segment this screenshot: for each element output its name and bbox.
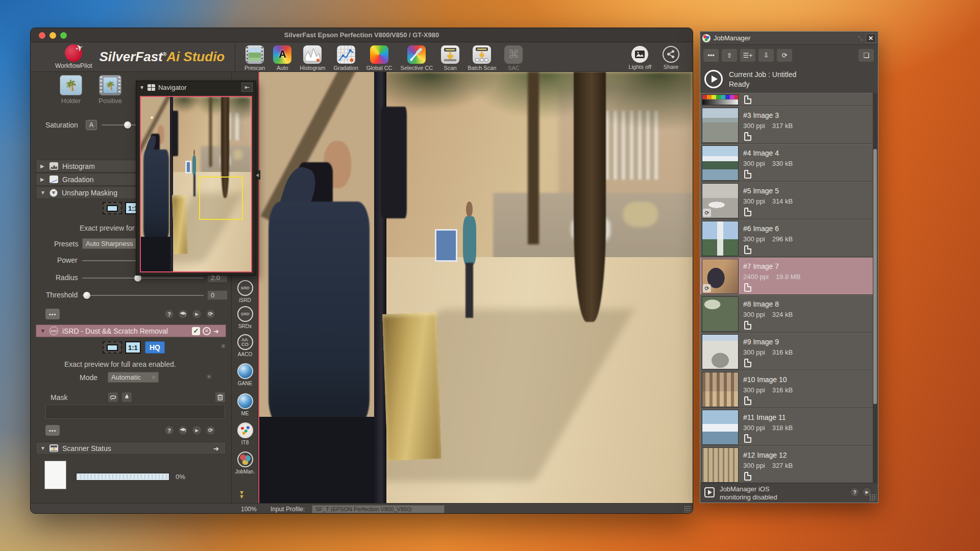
navigator-titlebar[interactable]: ▼ Navigator ⇤ xyxy=(136,81,256,93)
mask-lasso-icon[interactable] xyxy=(108,392,118,402)
jm-add-button[interactable]: ☰+ xyxy=(740,49,755,62)
jobmanager-app-icon xyxy=(702,34,710,42)
strip-gane[interactable]: GANE xyxy=(232,363,258,386)
isrd-tutorial-button[interactable] xyxy=(178,425,188,435)
jm-ios-icon xyxy=(704,487,715,497)
toolbar-prescan[interactable]: Prescan xyxy=(244,45,265,71)
saturation-auto-button[interactable]: A xyxy=(86,120,97,130)
isrd-refresh-button[interactable]: ⟳ xyxy=(206,425,215,435)
toolbar-share[interactable]: Share xyxy=(663,46,679,70)
minimize-button[interactable] xyxy=(50,32,56,39)
zoom-button[interactable] xyxy=(60,32,67,39)
jobmanager-item[interactable]: ⟳ #10 Image 10 300 ppi316 kB xyxy=(700,370,874,408)
jobmanager-list[interactable]: ⟳ ⟳ #3 Image 3 300 ppi317 kB ⟳ #4 Image … xyxy=(700,93,874,484)
jobmanager-item[interactable]: ⟳ #3 Image 3 300 ppi317 kB xyxy=(700,106,874,144)
strip-isrd[interactable]: SRD iSRD xyxy=(232,280,258,303)
toolbar-batch-scan[interactable]: Batch Scan xyxy=(468,45,496,71)
jobmanager-resize-grip[interactable] xyxy=(869,494,876,501)
jm-refresh-button[interactable]: ⟳ xyxy=(777,49,792,62)
navigator-thumbnail[interactable] xyxy=(140,96,252,272)
toolbar-histogram[interactable]: Histogram xyxy=(300,45,325,71)
file-icon xyxy=(744,396,751,405)
um-tutorial-button[interactable] xyxy=(178,309,188,319)
isrd-detach-icon[interactable]: ➔ xyxy=(213,328,222,335)
jm-upload-button[interactable]: ⇧ xyxy=(722,49,737,62)
jobmanager-scrollbar[interactable] xyxy=(873,93,877,484)
isrd-disable-icon[interactable]: ✕ xyxy=(203,327,211,335)
um-play-button[interactable]: ▸ xyxy=(192,309,202,319)
isrd-play-button[interactable]: ▸ xyxy=(192,425,202,435)
isrd-gear-icon[interactable]: ✳ xyxy=(206,373,212,381)
photo-mirror-selfportrait xyxy=(259,72,374,503)
jm-download-button[interactable]: ⇩ xyxy=(758,49,774,62)
jobmanager-titlebar[interactable]: JobManager ⤡ ✕ xyxy=(700,32,878,45)
isrd-more-button[interactable]: ••• xyxy=(45,425,60,436)
toolbar-auto[interactable]: Auto xyxy=(273,45,291,71)
isrd-hq-button[interactable]: HQ xyxy=(145,341,165,354)
isrd-one-to-one-button[interactable]: 1:1 xyxy=(125,341,141,354)
jm-more-button[interactable]: ••• xyxy=(703,49,719,62)
positive-frame-button[interactable]: Positive xyxy=(97,75,124,105)
navigator-view-rectangle[interactable] xyxy=(199,177,242,220)
scanner-detach-icon[interactable]: ➔ xyxy=(213,445,222,452)
jobmanager-item[interactable]: ⟳ #5 Image 5 300 ppi314 kB xyxy=(700,182,874,219)
jm-start-job-button[interactable] xyxy=(704,70,723,88)
um-refresh-button[interactable]: ⟳ xyxy=(206,309,215,319)
strip-it8[interactable]: IT8 xyxy=(232,422,258,445)
mask-list[interactable] xyxy=(45,405,225,419)
threshold-value[interactable]: 0 xyxy=(207,290,228,300)
input-profile-value[interactable]: SF_T (EPSON Perfection V800_V850) xyxy=(312,505,445,513)
jobmanager-item[interactable]: ⟳ #7 Image 7 2400 ppi19.8 MB xyxy=(700,257,874,295)
um-help-button[interactable]: ? xyxy=(164,309,174,319)
photo-gold-box xyxy=(172,194,188,254)
jobmanager-item[interactable]: ⟳ #12 Image 12 300 ppi327 kB xyxy=(700,446,874,484)
jobmanager-close-button[interactable]: ✕ xyxy=(866,34,876,43)
section-scanner-status[interactable]: ▼ Scanner Status ➔ xyxy=(36,442,226,455)
titlebar[interactable]: SilverFast Epson Perfection V800/V850 / … xyxy=(31,28,693,42)
um-preview-frame-button[interactable] xyxy=(103,202,122,214)
isrd-mode-dropdown[interactable]: Automatic xyxy=(108,372,159,383)
strip-expand-chevrons[interactable]: ▼▼ xyxy=(239,490,244,498)
workflow-pilot-button[interactable]: WorkflowPilot xyxy=(55,44,92,69)
jobmanager-item[interactable]: ⟳ xyxy=(700,93,874,106)
isrd-expert-icon[interactable]: ✳ xyxy=(220,342,226,350)
threshold-slider[interactable] xyxy=(82,292,204,299)
toolbar-gradation[interactable]: Gradation xyxy=(333,45,358,71)
isrd-enable-checkbox[interactable]: ✓ xyxy=(192,327,200,335)
holder-frame-button[interactable]: Holder xyxy=(58,75,84,105)
jobmanager-shrink-icon[interactable]: ⤡ xyxy=(857,35,863,42)
header: WorkflowPilot SilverFast®Ai Studio Presc… xyxy=(31,42,693,72)
jobmanager-scroll-thumb[interactable] xyxy=(873,149,877,404)
strip-srdx[interactable]: SRD SRDx xyxy=(232,306,258,329)
jm-help-button[interactable]: ? xyxy=(850,487,860,497)
isrd-help-button[interactable]: ? xyxy=(164,425,174,435)
strip-jobman[interactable]: JobMan. xyxy=(232,452,258,474)
navigator-dock-icon[interactable]: ⇤ xyxy=(241,83,253,92)
strip-me[interactable]: ME xyxy=(232,393,258,416)
strip-aaco[interactable]: AACO AACO xyxy=(232,334,258,357)
jobmanager-item[interactable]: ⟳ #11 Image 11 300 ppi318 kB xyxy=(700,408,874,446)
mask-delete-icon[interactable] xyxy=(215,392,225,402)
navigator-collapse-triangle[interactable]: ▼ xyxy=(139,85,144,90)
preview-image-area[interactable] xyxy=(258,72,693,503)
resize-grip[interactable] xyxy=(684,506,691,513)
um-more-button[interactable]: ••• xyxy=(45,309,60,319)
toolbar-sac[interactable]: ⌘ SAC xyxy=(504,45,523,71)
radius-slider[interactable] xyxy=(82,274,204,282)
jobmanager-item[interactable]: ⟳ #4 Image 4 300 ppi330 kB xyxy=(700,144,874,182)
close-button[interactable] xyxy=(39,32,45,39)
section-isrd[interactable]: ▼ SRD iSRD - Dust && Scratch Removal ✓ ✕… xyxy=(36,324,226,337)
refresh-badge-icon: ⟳ xyxy=(703,209,711,217)
jobmanager-item-meta: 300 ppi324 kB xyxy=(743,311,793,318)
toolbar-scan[interactable]: Scan xyxy=(441,45,459,71)
toolbar-global-cc[interactable]: Global CC xyxy=(366,45,393,71)
toolbar-lights-off[interactable]: Lights off xyxy=(629,46,651,70)
jobmanager-item[interactable]: ⟳ #8 Image 8 300 ppi324 kB xyxy=(700,295,874,333)
toolbar-selective-cc[interactable]: Selective CC xyxy=(401,45,433,71)
mask-pen-icon[interactable] xyxy=(122,392,132,402)
refresh-badge-icon: ⟳ xyxy=(703,284,711,292)
jobmanager-item[interactable]: ⟳ #9 Image 9 300 ppi316 kB xyxy=(700,333,874,370)
isrd-preview-frame-button[interactable] xyxy=(103,341,122,354)
jobmanager-item[interactable]: ⟳ #6 Image 6 300 ppi296 kB xyxy=(700,219,874,257)
jm-copy-button[interactable]: ❏ xyxy=(859,49,874,62)
